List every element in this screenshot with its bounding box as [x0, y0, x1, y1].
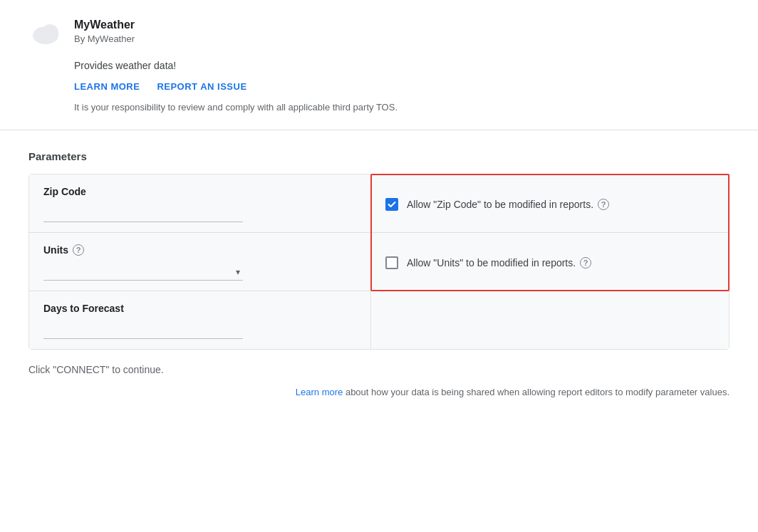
allow-zip-code-checkbox[interactable] [385, 198, 398, 211]
params-wrapper: Zip Code Allow "Zip Code" to be modified… [28, 174, 730, 350]
page-container: MyWeather By MyWeather Provides weather … [0, 0, 758, 420]
tos-text: It is your responsibility to review and … [74, 102, 730, 113]
allow-zip-code-help-icon[interactable]: ? [598, 199, 609, 210]
days-to-forecast-input[interactable] [43, 321, 243, 339]
app-info: MyWeather By MyWeather [74, 17, 135, 46]
learn-more-footer: Learn more about how your data is being … [28, 387, 730, 397]
allow-units-checkbox[interactable] [385, 256, 398, 269]
param-row-zip-code: Zip Code Allow "Zip Code" to be modified… [29, 174, 729, 233]
allow-units-help-icon[interactable]: ? [580, 257, 591, 268]
allow-row-units: Allow "Units" to be modified in reports.… [385, 256, 591, 269]
param-label-units: Units ? [43, 244, 356, 256]
app-name: MyWeather [74, 17, 135, 33]
param-right-days-to-forecast [371, 291, 729, 349]
connect-hint: Click "CONNECT" to continue. [28, 364, 730, 375]
param-right-zip-code: Allow "Zip Code" to be modified in repor… [371, 174, 729, 232]
allow-units-label: Allow "Units" to be modified in reports.… [407, 257, 591, 268]
divider [0, 130, 758, 130]
param-table: Zip Code Allow "Zip Code" to be modified… [28, 174, 730, 350]
app-icon [28, 17, 63, 51]
param-label-zip-code: Zip Code [43, 186, 356, 197]
zip-code-input[interactable] [43, 204, 243, 222]
param-left-units: Units ? Imperial Metric ▾ [29, 233, 371, 291]
app-links: LEARN MORE REPORT AN ISSUE [74, 81, 730, 92]
param-left-days-to-forecast: Days to Forecast [29, 291, 371, 349]
report-issue-link[interactable]: REPORT AN ISSUE [157, 81, 246, 92]
app-description: Provides weather data! [74, 60, 730, 71]
param-row-days-to-forecast: Days to Forecast [29, 291, 729, 349]
app-header: MyWeather By MyWeather [28, 17, 730, 51]
allow-row-zip-code: Allow "Zip Code" to be modified in repor… [385, 198, 609, 211]
units-dropdown-wrap: Imperial Metric ▾ [43, 263, 243, 281]
param-label-days-to-forecast: Days to Forecast [43, 303, 356, 314]
app-by: By MyWeather [74, 33, 135, 46]
parameters-title: Parameters [28, 150, 730, 162]
param-left-zip-code: Zip Code [29, 174, 371, 232]
allow-zip-code-label: Allow "Zip Code" to be modified in repor… [407, 199, 609, 210]
learn-more-footer-link[interactable]: Learn more [296, 387, 343, 397]
svg-point-2 [41, 24, 58, 41]
learn-more-link[interactable]: LEARN MORE [74, 81, 140, 92]
units-select[interactable]: Imperial Metric [43, 263, 243, 281]
param-row-units: Units ? Imperial Metric ▾ [29, 233, 729, 291]
learn-more-footer-suffix: about how your data is being shared when… [343, 387, 730, 397]
units-help-icon[interactable]: ? [73, 244, 84, 256]
param-right-units: Allow "Units" to be modified in reports.… [371, 233, 729, 291]
